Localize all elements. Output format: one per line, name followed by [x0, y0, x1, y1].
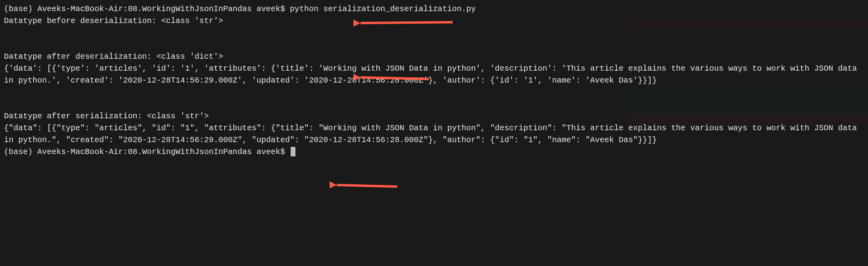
terminal-output-after-serial: Datatype after serialization: <class 'st…: [4, 110, 864, 122]
cursor-icon: [291, 147, 295, 156]
terminal-prompt-text: (base) Aveeks-MacBook-Air:08.WorkingWith…: [4, 147, 290, 156]
terminal-output-dict: {'data': [{'type': 'articles', 'id': '1'…: [4, 63, 864, 87]
terminal-prompt-line: (base) Aveeks-MacBook-Air:08.WorkingWith…: [4, 3, 864, 15]
arrow-annotation-icon: [330, 178, 401, 190]
terminal-output-json: {"data": [{"type": "articles", "id": "1"…: [4, 122, 864, 146]
blank-line: [4, 87, 864, 110]
svg-line-2: [337, 185, 397, 187]
terminal-output-before-deserial: Datatype before deserialization: <class …: [4, 15, 864, 27]
terminal-prompt-line: (base) Aveeks-MacBook-Air:08.WorkingWith…: [4, 146, 864, 158]
blank-line: [4, 27, 864, 51]
terminal-output-after-deserial: Datatype after deserialization: <class '…: [4, 51, 864, 63]
